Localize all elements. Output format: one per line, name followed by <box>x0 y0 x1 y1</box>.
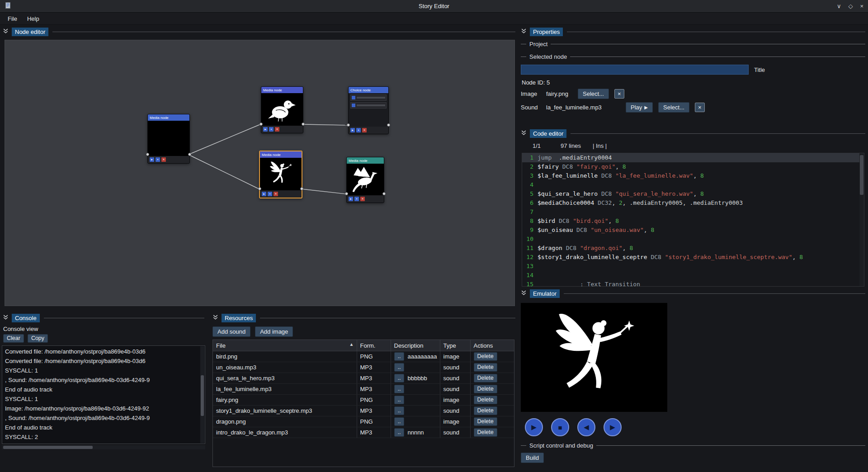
build-button[interactable]: Build <box>521 453 544 463</box>
image-select-button[interactable]: Select... <box>578 89 609 99</box>
code-line[interactable]: 10 <box>522 235 864 244</box>
code-line[interactable]: 15 ; Text Transition <box>522 280 864 287</box>
edit-description-button[interactable]: .. <box>394 406 405 415</box>
edit-description-button[interactable]: .. <box>394 396 405 404</box>
column-header-file[interactable]: File▲ <box>213 340 357 351</box>
output-pin[interactable] <box>302 123 305 126</box>
column-header-type[interactable]: Type <box>440 340 470 351</box>
delete-button[interactable]: Delete <box>474 396 497 404</box>
code-line[interactable]: 9$un_oiseau DC8 "un_oiseau.wav", 8 <box>522 226 864 235</box>
stop-button[interactable]: ■ <box>551 418 569 436</box>
choice-option-row[interactable] <box>350 102 387 109</box>
output-pin[interactable] <box>382 192 386 195</box>
delete-button[interactable]: Delete <box>474 363 497 372</box>
step-forward-button[interactable]: ▶ <box>604 418 622 436</box>
input-pin[interactable] <box>258 187 261 190</box>
scrollbar-thumb[interactable] <box>860 155 863 195</box>
menu-help[interactable]: Help <box>22 14 44 24</box>
code-editor[interactable]: 1jump .mediaEntry00042$fairy DC8 "fairy.… <box>522 153 864 287</box>
input-pin[interactable] <box>347 123 350 127</box>
graph-node-fairy[interactable]: Media node▸▪× <box>259 151 302 198</box>
maximize-button[interactable]: ◇ <box>848 3 853 9</box>
title-input[interactable] <box>521 65 749 75</box>
code-line[interactable]: 5$qui_sera_le_hero DC8 "qui_sera_le_hero… <box>522 189 864 198</box>
sound-play-button[interactable]: Play▶ <box>626 102 653 113</box>
column-header-description[interactable]: Description <box>391 340 440 351</box>
code-line[interactable]: 3$la_fee_luminelle DC8 "la_fee_luminelle… <box>522 171 864 180</box>
edit-description-button[interactable]: .. <box>394 417 405 426</box>
edit-description-button[interactable]: .. <box>394 363 405 372</box>
delete-button[interactable]: Delete <box>474 374 497 382</box>
step-back-button[interactable]: ◀ <box>577 418 595 436</box>
graph-node-dragon[interactable]: Media node▸▪× <box>346 157 384 203</box>
minimize-button[interactable]: ∨ <box>837 3 841 9</box>
delete-button[interactable]: Delete <box>474 385 497 393</box>
node-play-icon[interactable]: ▸ <box>150 157 154 162</box>
play-button[interactable]: ▶ <box>525 418 543 436</box>
add-image-button[interactable]: Add image <box>255 326 293 337</box>
code-line[interactable]: 11$dragon DC8 "dragon.qoi", 8 <box>522 244 864 253</box>
output-pin[interactable] <box>300 187 303 190</box>
delete-button[interactable]: Delete <box>474 417 497 426</box>
clear-button[interactable]: Clear <box>3 334 24 343</box>
collapse-icon[interactable] <box>521 289 527 297</box>
code-line[interactable]: 14 <box>522 271 864 280</box>
code-line[interactable]: 4 <box>522 180 864 189</box>
input-pin[interactable] <box>259 123 263 126</box>
node-play-icon[interactable]: ▸ <box>262 192 266 196</box>
collapse-icon[interactable] <box>212 314 218 322</box>
node-header[interactable]: Media node <box>347 157 384 164</box>
node-remove-icon[interactable]: × <box>275 127 279 132</box>
add-sound-button[interactable]: Add sound <box>212 326 250 337</box>
edit-description-button[interactable]: .. <box>394 428 405 437</box>
scrollbar-thumb[interactable] <box>201 375 204 416</box>
choice-option-row[interactable] <box>350 94 387 101</box>
graph-node-bird[interactable]: Media node▸▪× <box>261 86 303 133</box>
code-line[interactable]: 12$story1_drako_luminelle_sceptre DC8 "s… <box>522 253 864 262</box>
edit-description-button[interactable]: .. <box>394 385 405 393</box>
edit-description-button[interactable]: .. <box>394 352 405 361</box>
code-line[interactable]: 7 <box>522 208 864 217</box>
code-line[interactable]: 1jump .mediaEntry0004 <box>522 153 864 162</box>
code-line[interactable]: 2$fairy DC8 "fairy.qoi", 8 <box>522 162 864 171</box>
node-stop-icon[interactable]: ▪ <box>156 157 160 162</box>
delete-button[interactable]: Delete <box>474 428 497 437</box>
node-stop-icon[interactable]: ▪ <box>268 192 272 196</box>
node-graph-canvas[interactable]: Media node▸▪×Media node▸▪×Choice node▸▪×… <box>5 40 515 306</box>
console-horizontal-scrollbar[interactable] <box>2 445 205 449</box>
node-stop-icon[interactable]: ▪ <box>269 127 274 132</box>
scrollbar-thumb[interactable] <box>3 446 93 449</box>
collapse-icon[interactable] <box>521 28 527 36</box>
graph-node-choice[interactable]: Choice node▸▪× <box>348 86 389 134</box>
console-log[interactable]: Converted file: /home/anthony/ostproj/ba… <box>2 345 205 444</box>
node-remove-icon[interactable]: × <box>274 192 278 196</box>
sound-select-button[interactable]: Select... <box>658 102 689 113</box>
delete-button[interactable]: Delete <box>474 352 497 361</box>
node-play-icon[interactable]: ▸ <box>349 197 353 201</box>
delete-button[interactable]: Delete <box>474 406 497 415</box>
output-pin[interactable] <box>188 153 191 156</box>
node-remove-icon[interactable]: × <box>161 157 166 162</box>
sound-clear-button[interactable]: × <box>695 103 705 112</box>
column-header-format[interactable]: Form. <box>357 340 391 351</box>
collapse-icon[interactable] <box>3 28 9 36</box>
code-line[interactable]: 6$mediaChoice0004 DC32, 2, .mediaEntry00… <box>522 198 864 208</box>
close-button[interactable]: × <box>860 3 863 9</box>
graph-node-intro[interactable]: Media node▸▪× <box>147 114 190 164</box>
node-play-icon[interactable]: ▸ <box>263 127 268 132</box>
image-clear-button[interactable]: × <box>614 89 624 99</box>
menu-file[interactable]: File <box>3 14 22 24</box>
code-vertical-scrollbar[interactable] <box>859 153 864 286</box>
code-line[interactable]: 13 <box>522 262 864 271</box>
node-header[interactable]: Media node <box>260 151 302 158</box>
copy-button[interactable]: Copy <box>28 334 48 343</box>
collapse-icon[interactable] <box>521 129 527 137</box>
edit-description-button[interactable]: .. <box>394 374 405 382</box>
node-stop-icon[interactable]: ▪ <box>354 197 359 201</box>
node-remove-icon[interactable]: × <box>362 128 367 132</box>
console-vertical-scrollbar[interactable] <box>200 346 204 443</box>
node-header[interactable]: Choice node <box>349 87 388 93</box>
node-header[interactable]: Media node <box>261 87 303 93</box>
node-header[interactable]: Media node <box>148 114 189 121</box>
collapse-icon[interactable] <box>3 314 9 322</box>
